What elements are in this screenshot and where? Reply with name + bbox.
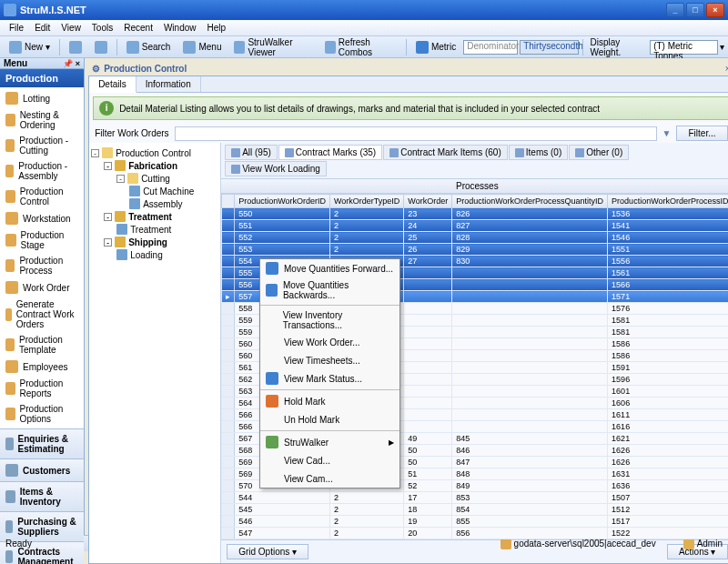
expand-icon[interactable]: - [91,149,99,157]
row-selector[interactable] [222,220,235,232]
row-selector[interactable] [222,327,235,338]
row-selector[interactable] [222,350,235,362]
grid-tab[interactable]: Contract Mark Items (60) [383,145,508,160]
search-button[interactable]: Search [121,38,177,56]
sidebar-item-production-assembly[interactable]: Production - Assembly [0,158,84,184]
ctx-un-hold-mark[interactable]: Un Hold Mark [260,410,399,428]
nav-section-enquiries-estimating[interactable]: Enquiries & Estimating [0,428,84,458]
row-selector[interactable] [222,409,235,421]
tree-node[interactable]: -Production Control [91,146,218,159]
denominator-field[interactable]: Thirtysecondth [520,40,578,55]
row-selector[interactable] [222,480,235,492]
sidebar-item-production-control[interactable]: Production Control [0,184,84,209]
menu-window[interactable]: Window [158,21,202,35]
menu-view[interactable]: View [56,21,86,35]
expand-icon[interactable]: - [104,238,112,247]
tree-node[interactable]: -Shipping [91,236,218,248]
context-menu[interactable]: Move Quantities Forward...Move Quantitie… [259,258,400,488]
sidebar-item-generate-contract-work-orders[interactable]: Generate Contract Work Orders [0,297,84,332]
maximize-button[interactable]: □ [686,3,704,17]
expand-icon[interactable]: - [104,162,112,170]
sidebar-item-production-stage[interactable]: Production Stage [0,227,84,253]
column-header[interactable]: WorkOrder [404,195,452,208]
ctx-move-quantities-backwards-[interactable]: Move Quantities Backwards... [260,277,399,303]
ctx-view-mark-status-[interactable]: View Mark Status... [260,369,399,388]
ctx-view-inventory-transactions-[interactable]: View Inventory Transactions... [260,307,399,333]
menu-button[interactable]: Menu [177,38,227,56]
tab-information[interactable]: Information [136,76,201,92]
grid-tab[interactable]: Other (0) [569,145,629,160]
column-header[interactable]: ProductionWorkOrderProcessQuantityID [452,195,608,208]
tree-view[interactable]: -Production Control-Fabrication-CuttingC… [89,143,221,563]
row-selector[interactable] [222,433,235,445]
row-selector[interactable] [222,468,235,480]
menu-file[interactable]: File [4,21,29,35]
tb-btn-1[interactable] [64,38,87,56]
row-selector[interactable] [222,374,235,386]
struwalker-button[interactable]: StruWalker Viewer [228,35,317,60]
row-selector[interactable] [222,315,235,327]
row-selector[interactable] [222,279,235,291]
column-header[interactable]: ProductionWorkOrderProcessID [608,195,728,208]
ctx-view-cam-[interactable]: View Cam... [260,469,399,488]
ctx-view-timesheets-[interactable]: View Timesheets... [260,351,399,369]
grid-tab[interactable]: Contract Marks (35) [278,145,382,160]
ctx-struwalker[interactable]: StruWalker▶ [260,433,399,451]
row-selector[interactable] [222,516,235,528]
close-button[interactable]: × [706,3,724,17]
row-selector[interactable] [222,398,235,409]
table-row[interactable]: 5502238261536 [222,208,728,220]
grid-tab[interactable]: Items (0) [509,145,568,160]
sidebar-item-workstation[interactable]: Workstation [0,209,84,227]
new-button[interactable]: New▾ [4,38,56,56]
nav-section-customers[interactable]: Customers [0,458,84,481]
panel-close-icon[interactable]: × [725,64,728,74]
table-row[interactable]: 5472208561522 [222,528,728,539]
sidebar-item-production-template[interactable]: Production Template [0,332,84,358]
sidebar-item-work-order[interactable]: Work Order [0,278,84,297]
tab-details[interactable]: Details [89,76,136,93]
ctx-view-cad-[interactable]: View Cad... [260,451,399,469]
tree-node[interactable]: -Fabrication [91,159,218,172]
column-header[interactable]: ProductionWorkOrderID [235,195,330,208]
row-selector[interactable] [222,421,235,433]
expand-icon[interactable]: - [116,175,125,183]
row-selector[interactable] [222,504,235,516]
filter-input[interactable] [175,126,657,141]
row-selector[interactable] [222,256,235,267]
row-selector[interactable]: ▸ [222,291,235,303]
menu-edit[interactable]: Edit [29,21,56,35]
ctx-hold-mark[interactable]: Hold Mark [260,392,399,410]
row-selector[interactable] [222,232,235,244]
menu-help[interactable]: Help [201,21,231,35]
grid-tab[interactable]: All (95) [225,145,278,160]
row-selector[interactable] [222,528,235,539]
refresh-button[interactable]: Refresh Combos [319,35,402,60]
table-row[interactable]: 5462198551517 [222,516,728,528]
ctx-view-work-order-[interactable]: View Work Order... [260,333,399,351]
row-selector[interactable] [222,244,235,256]
tree-node[interactable]: -Cutting [91,172,218,185]
sidebar-item-production-reports[interactable]: Production Reports [0,376,84,401]
expand-icon[interactable]: - [104,213,112,221]
table-row[interactable]: 5512248271541 [222,220,728,232]
sidebar-item-production-process[interactable]: Production Process [0,253,84,278]
ctx-move-quantities-forward-[interactable]: Move Quantities Forward... [260,259,399,277]
grid-tab[interactable]: View Work Loading [225,161,327,176]
menu-tools[interactable]: Tools [86,21,118,35]
minimize-button[interactable]: _ [666,3,684,17]
sidebar-item-production-options[interactable]: Production Options [0,401,84,427]
grid-options-button[interactable]: Grid Options ▾ [227,544,308,559]
metric-toggle[interactable]: Metric [410,38,461,56]
sidebar-item-lotting[interactable]: Lotting [0,89,84,107]
row-selector[interactable] [222,386,235,398]
tree-node[interactable]: -Treatment [91,210,218,223]
table-row[interactable]: 5452188541512 [222,504,728,516]
row-selector[interactable] [222,492,235,504]
menu-recent[interactable]: Recent [118,21,158,35]
row-selector[interactable] [222,457,235,468]
filter-button[interactable]: Filter... [676,126,727,141]
row-selector[interactable] [222,362,235,374]
table-row[interactable]: 5532268291551 [222,244,728,256]
nav-section-purchasing-suppliers[interactable]: Purchasing & Suppliers [0,511,84,541]
